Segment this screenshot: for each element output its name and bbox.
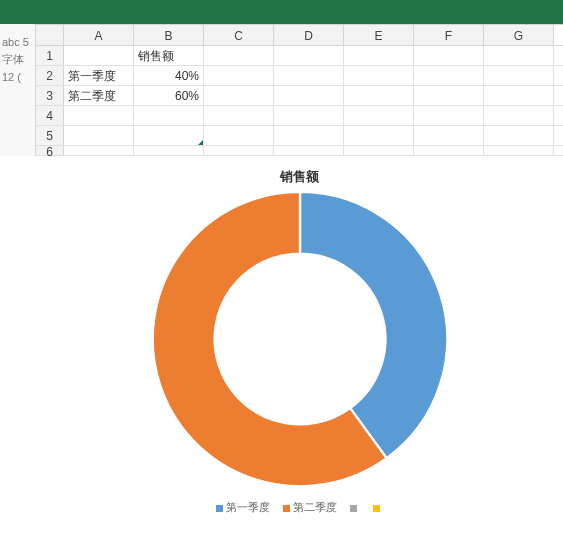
cell-a5[interactable] bbox=[64, 126, 134, 145]
cell-c2[interactable] bbox=[204, 66, 274, 85]
cell-b4[interactable] bbox=[134, 106, 204, 125]
row-3: 3 第二季度 60% bbox=[36, 86, 563, 106]
cell-d6[interactable] bbox=[274, 146, 344, 155]
row-header-5[interactable]: 5 bbox=[36, 126, 64, 145]
col-header-e[interactable]: E bbox=[344, 25, 414, 45]
col-header-g[interactable]: G bbox=[484, 25, 554, 45]
legend-item-1: 第一季度 bbox=[216, 500, 270, 515]
cell-b5[interactable] bbox=[134, 126, 204, 145]
cell-e5[interactable] bbox=[344, 126, 414, 145]
cell-e6[interactable] bbox=[344, 146, 414, 155]
cell-e4[interactable] bbox=[344, 106, 414, 125]
donut-chart bbox=[145, 184, 455, 494]
legend-item-4 bbox=[373, 501, 383, 513]
cell-f3[interactable] bbox=[414, 86, 484, 105]
cell-f1[interactable] bbox=[414, 46, 484, 65]
cell-f6[interactable] bbox=[414, 146, 484, 155]
col-header-c[interactable]: C bbox=[204, 25, 274, 45]
legend-swatch-yellow bbox=[373, 505, 380, 512]
cell-d4[interactable] bbox=[274, 106, 344, 125]
col-header-a[interactable]: A bbox=[64, 25, 134, 45]
cell-g4[interactable] bbox=[484, 106, 554, 125]
select-all-corner[interactable] bbox=[36, 25, 64, 45]
cell-c6[interactable] bbox=[204, 146, 274, 155]
cell-d1[interactable] bbox=[274, 46, 344, 65]
row-2: 2 第一季度 40% bbox=[36, 66, 563, 86]
row-header-3[interactable]: 3 bbox=[36, 86, 64, 105]
cell-c4[interactable] bbox=[204, 106, 274, 125]
row-1: 1 销售额 bbox=[36, 46, 563, 66]
legend-item-3 bbox=[350, 501, 360, 513]
cell-a6[interactable] bbox=[64, 146, 134, 155]
active-cell-marker bbox=[198, 140, 203, 145]
chart-object[interactable]: 销售额 第一季度 第二季度 bbox=[36, 156, 563, 533]
cell-c1[interactable] bbox=[204, 46, 274, 65]
cell-f5[interactable] bbox=[414, 126, 484, 145]
font-panel-line3: 12 ( bbox=[0, 69, 35, 85]
legend-label-2: 第二季度 bbox=[293, 501, 337, 513]
col-header-d[interactable]: D bbox=[274, 25, 344, 45]
legend-label-1: 第一季度 bbox=[226, 501, 270, 513]
chart-title: 销售额 bbox=[36, 156, 563, 184]
spreadsheet-grid[interactable]: A B C D E F G 1 销售额 2 第一季度 40% 3 第二季度 60… bbox=[36, 24, 563, 156]
legend-swatch-blue bbox=[216, 505, 223, 512]
cell-c5[interactable] bbox=[204, 126, 274, 145]
cell-d5[interactable] bbox=[274, 126, 344, 145]
cell-a2[interactable]: 第一季度 bbox=[64, 66, 134, 85]
cell-c3[interactable] bbox=[204, 86, 274, 105]
legend-swatch-gray bbox=[350, 505, 357, 512]
cell-b2[interactable]: 40% bbox=[134, 66, 204, 85]
chart-legend: 第一季度 第二季度 bbox=[36, 494, 563, 515]
cell-b1[interactable]: 销售额 bbox=[134, 46, 204, 65]
row-6: 6 bbox=[36, 146, 563, 156]
cell-a4[interactable] bbox=[64, 106, 134, 125]
donut-slice-1[interactable] bbox=[300, 192, 447, 458]
row-4: 4 bbox=[36, 106, 563, 126]
cell-a1[interactable] bbox=[64, 46, 134, 65]
cell-d2[interactable] bbox=[274, 66, 344, 85]
cell-e1[interactable] bbox=[344, 46, 414, 65]
font-panel-line2: 字体 bbox=[0, 50, 35, 69]
cell-e2[interactable] bbox=[344, 66, 414, 85]
row-header-6[interactable]: 6 bbox=[36, 146, 64, 155]
cell-f4[interactable] bbox=[414, 106, 484, 125]
font-panel-line1: abc 5 bbox=[0, 34, 35, 50]
row-header-4[interactable]: 4 bbox=[36, 106, 64, 125]
cell-g2[interactable] bbox=[484, 66, 554, 85]
cell-g3[interactable] bbox=[484, 86, 554, 105]
legend-swatch-orange bbox=[283, 505, 290, 512]
row-5: 5 bbox=[36, 126, 563, 146]
cell-b6[interactable] bbox=[134, 146, 204, 155]
cell-d3[interactable] bbox=[274, 86, 344, 105]
cell-g6[interactable] bbox=[484, 146, 554, 155]
col-header-b[interactable]: B bbox=[134, 25, 204, 45]
cell-e3[interactable] bbox=[344, 86, 414, 105]
col-header-f[interactable]: F bbox=[414, 25, 484, 45]
cell-a3[interactable]: 第二季度 bbox=[64, 86, 134, 105]
column-header-row: A B C D E F G bbox=[36, 24, 563, 46]
ribbon-bar bbox=[0, 0, 563, 24]
font-panel: abc 5 字体 12 ( bbox=[0, 24, 36, 156]
row-header-1[interactable]: 1 bbox=[36, 46, 64, 65]
cell-g5[interactable] bbox=[484, 126, 554, 145]
legend-item-2: 第二季度 bbox=[283, 500, 337, 515]
cell-f2[interactable] bbox=[414, 66, 484, 85]
cell-g1[interactable] bbox=[484, 46, 554, 65]
cell-b3[interactable]: 60% bbox=[134, 86, 204, 105]
row-header-2[interactable]: 2 bbox=[36, 66, 64, 85]
